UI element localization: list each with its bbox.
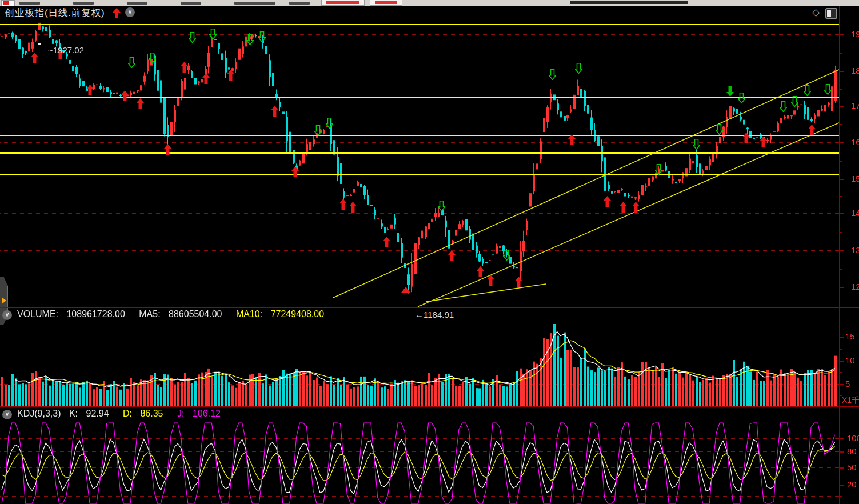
buy-signal-arrow	[121, 90, 129, 101]
axis-tick	[840, 485, 844, 486]
axis-tick	[840, 179, 844, 180]
sell-signal-arrow	[246, 34, 254, 45]
sell-signal-arrow	[438, 201, 445, 211]
ma10-label: MA10:	[236, 309, 262, 319]
buy-signal-arrow	[620, 202, 627, 213]
axis-tick	[840, 451, 844, 453]
menu-item-stub[interactable]	[289, 2, 310, 5]
ma10-value: 77249408.00	[271, 309, 324, 319]
axis-tick	[840, 142, 844, 143]
buy-signal-arrow	[487, 275, 494, 286]
collapse-volume-button[interactable]: ∨	[2, 310, 12, 320]
axis-tick	[840, 361, 844, 362]
buy-signal-arrow	[604, 196, 611, 207]
buy-signal-arrow	[227, 70, 234, 81]
sell-signal-arrow	[326, 118, 333, 129]
low-point-marker	[401, 287, 410, 293]
axis-tick	[840, 213, 844, 214]
buy-signal-arrow	[164, 144, 171, 155]
menu-item-stub[interactable]	[234, 2, 275, 5]
axis-tick-label: 5	[845, 379, 850, 388]
axis-tick-label: 1200	[851, 282, 859, 291]
sell-signal-arrow	[189, 32, 196, 43]
axis-tick-label: 100	[847, 434, 859, 442]
volume-value: 108961728.00	[66, 309, 125, 319]
axis-tick-label: 1400	[851, 209, 859, 217]
buy-signal-arrow	[31, 53, 38, 63]
buy-signal-arrow	[477, 266, 484, 277]
trendline[interactable]	[333, 70, 839, 298]
high-point-marker	[38, 43, 41, 45]
volume-canvas[interactable]	[0, 322, 839, 406]
sell-signal-arrow	[503, 250, 510, 261]
d-value: 86.35	[140, 409, 163, 418]
buy-signal-arrow	[632, 202, 640, 213]
axis-tick	[840, 467, 844, 469]
toolbar-red-button[interactable]	[370, 0, 402, 6]
trendline[interactable]	[426, 284, 546, 302]
diamond-tool-icon[interactable]: ◇	[812, 7, 820, 18]
axis-tick-label: 80	[847, 447, 857, 455]
sell-signal-arrow	[258, 31, 266, 42]
price-chart-panel: ~1927.02 ←1184.91	[0, 20, 859, 307]
axis-tick	[840, 196, 842, 197]
flyout-arrow-icon	[2, 297, 6, 304]
axis-tick	[840, 161, 842, 162]
chart-title: 创业板指(日线.前复权)	[5, 6, 105, 20]
sell-signal-arrow	[209, 29, 217, 39]
menu-item-stub[interactable]	[127, 2, 147, 5]
k-label: K:	[69, 409, 78, 418]
axis-tick	[840, 349, 842, 350]
ma5-label: MA5:	[139, 309, 160, 319]
axis-tick	[840, 287, 844, 288]
axis-tick	[840, 384, 844, 385]
axis-tick	[840, 438, 844, 439]
menu-item-stub[interactable]	[19, 2, 40, 5]
kdj-label: KDJ(9,3,3)	[17, 409, 61, 418]
axis-tick	[840, 71, 844, 72]
k-value: 92.94	[86, 409, 109, 418]
trendline[interactable]	[418, 123, 839, 307]
brand-text-clipped	[570, 1, 688, 4]
trendlines	[0, 20, 839, 307]
buy-signal-arrow	[568, 134, 576, 145]
buy-signal-arrow	[808, 125, 816, 135]
kdj-canvas[interactable]	[0, 422, 839, 504]
buy-signal-arrow	[339, 199, 347, 210]
axis-tick-label: 20	[847, 480, 857, 489]
sell-signal-arrow	[655, 164, 662, 175]
sell-signal-arrow	[693, 139, 700, 150]
sell-signal-arrow	[549, 69, 556, 80]
axis-tick	[840, 124, 842, 125]
axis-tick	[840, 106, 844, 107]
sell-signal-arrow	[128, 57, 135, 68]
right-axis-line	[839, 6, 840, 504]
axis-tick	[840, 232, 842, 233]
chart-title-bar: 创业板指(日线.前复权) ∨ ◇	[0, 6, 859, 20]
buy-signal-arrow	[760, 137, 767, 147]
axis-tick	[840, 53, 842, 54]
sell-signal-arrow	[314, 125, 322, 136]
collapse-main-chart-button[interactable]: ∨	[125, 7, 135, 17]
d-label: D:	[123, 409, 132, 418]
collapse-kdj-button[interactable]: ∨	[2, 410, 12, 419]
axis-tick-label: 50	[847, 463, 857, 471]
sell-signal-arrow	[804, 85, 811, 96]
axis-tick-label: 1900	[851, 30, 859, 38]
buy-signal-arrow	[291, 166, 299, 177]
sell-signal-arrow	[780, 101, 787, 112]
menu-item-stub[interactable]	[73, 2, 94, 5]
axis-tick	[840, 250, 844, 251]
axis-tick-label: 1500	[851, 174, 859, 183]
ma5-value: 88605504.00	[169, 309, 222, 319]
split-window-icon[interactable]	[825, 8, 837, 19]
sell-solid-arrow	[726, 86, 734, 97]
toolbar-red-button[interactable]	[321, 0, 365, 6]
axis-tick-label: 15	[845, 332, 855, 341]
sell-signal-arrow	[716, 124, 723, 135]
axis-tick	[840, 496, 842, 497]
buy-signal-arrow	[137, 98, 144, 109]
trend-up-arrow-icon	[113, 8, 121, 18]
axis-tick-label: 1700	[851, 101, 859, 110]
menu-item-stub[interactable]	[181, 2, 201, 5]
